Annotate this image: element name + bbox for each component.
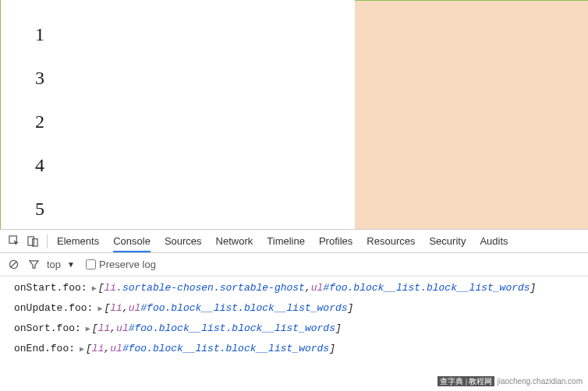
tab-audits[interactable]: Audits <box>480 230 508 252</box>
console-log-row[interactable]: onSort.foo:▶[li, ul#foo.block__list.bloc… <box>0 319 588 339</box>
list-item[interactable]: 3 <box>35 59 355 97</box>
log-token: ] <box>530 280 537 296</box>
inspect-element-icon[interactable] <box>5 232 23 251</box>
content-area: 1 3 2 4 5 <box>0 0 588 229</box>
tab-resources[interactable]: Resources <box>367 230 415 252</box>
svg-line-4 <box>10 262 16 267</box>
log-token: #foo.block__list.block__list_words <box>129 321 335 336</box>
expand-arrow-icon[interactable]: ▶ <box>92 283 97 295</box>
log-token: ul <box>116 321 129 336</box>
log-token: li <box>98 321 111 336</box>
preserve-log-label: Preserve log <box>99 259 156 270</box>
log-token: li <box>110 301 122 316</box>
log-token: #foo.block__list.block__list_words <box>122 341 329 357</box>
tab-security[interactable]: Security <box>429 230 466 252</box>
tab-network[interactable]: Network <box>216 230 253 252</box>
log-token: ul <box>311 280 324 296</box>
log-token: [ <box>92 321 98 336</box>
log-token: ] <box>348 301 354 316</box>
preserve-log-checkbox[interactable] <box>86 259 96 269</box>
log-token: li <box>104 280 116 296</box>
right-panel <box>355 0 588 229</box>
list-item[interactable]: 4 <box>35 146 355 184</box>
log-token: [ <box>86 341 92 357</box>
log-token: , <box>110 321 116 336</box>
log-token: ul <box>110 341 122 357</box>
log-token: ] <box>335 321 342 336</box>
svg-rect-1 <box>27 237 34 245</box>
log-token: #foo.block__list.block__list_words <box>323 280 530 296</box>
console-log-row[interactable]: onStart.foo:▶[li.sortable-chosen.sortabl… <box>0 278 588 298</box>
list-item[interactable]: 1 <box>35 16 355 53</box>
expand-arrow-icon[interactable]: ▶ <box>86 323 90 336</box>
context-label: top <box>47 259 61 270</box>
clear-console-icon[interactable] <box>6 258 20 272</box>
log-token: [ <box>104 301 110 316</box>
console-log-row[interactable]: onEnd.foo:▶[li, ul#foo.block__list.block… <box>0 339 588 359</box>
watermark-cn: 查字典 | 教程网 <box>437 376 494 386</box>
sortable-list-foo[interactable]: 1 3 2 4 5 <box>1 0 355 229</box>
filter-icon[interactable] <box>27 258 41 272</box>
log-token: , <box>122 301 129 316</box>
list-item[interactable]: 5 <box>35 190 355 227</box>
tab-profiles[interactable]: Profiles <box>319 230 352 252</box>
log-token: [ <box>98 280 104 296</box>
console-log-area[interactable]: onStart.foo:▶[li.sortable-chosen.sortabl… <box>0 277 588 361</box>
list-item[interactable]: 2 <box>35 103 355 140</box>
expand-arrow-icon[interactable]: ▶ <box>80 343 84 356</box>
log-token: ] <box>329 341 335 357</box>
log-token: , <box>104 341 110 357</box>
watermark: 查字典 | 教程网jiaocheng.chazidian.com <box>435 375 585 388</box>
device-toolbar-icon[interactable] <box>23 232 42 251</box>
console-log-row[interactable]: onUpdate.foo:▶[li, ul#foo.block__list.bl… <box>0 298 588 319</box>
devtools-tabs: Elements Console Sources Network Timelin… <box>52 230 508 252</box>
log-label: onUpdate.foo: <box>14 301 93 316</box>
log-token: ul <box>129 301 141 316</box>
devtools-toolbar: Elements Console Sources Network Timelin… <box>0 230 588 253</box>
tab-sources[interactable]: Sources <box>165 230 202 252</box>
separator <box>47 234 48 248</box>
tab-console[interactable]: Console <box>113 230 151 252</box>
chevron-down-icon: ▼ <box>67 260 75 269</box>
devtools-panel: Elements Console Sources Network Timelin… <box>0 229 588 361</box>
watermark-url: jiaocheng.chazidian.com <box>497 377 583 386</box>
log-label: onEnd.foo: <box>14 341 75 357</box>
expand-arrow-icon[interactable]: ▶ <box>97 303 102 315</box>
tab-timeline[interactable]: Timeline <box>267 230 305 252</box>
console-controls: top ▼ Preserve log <box>0 253 588 277</box>
log-token: .sortable-chosen.sortable-ghost <box>116 280 305 296</box>
log-token: , <box>305 280 311 296</box>
log-label: onStart.foo: <box>14 280 87 296</box>
context-selector[interactable]: top ▼ <box>47 259 75 270</box>
log-token: #foo.block__list.block__list_words <box>140 301 347 316</box>
preserve-log-toggle[interactable]: Preserve log <box>86 259 156 270</box>
log-token: li <box>92 341 104 357</box>
log-label: onSort.foo: <box>14 321 81 336</box>
tab-elements[interactable]: Elements <box>57 230 99 252</box>
